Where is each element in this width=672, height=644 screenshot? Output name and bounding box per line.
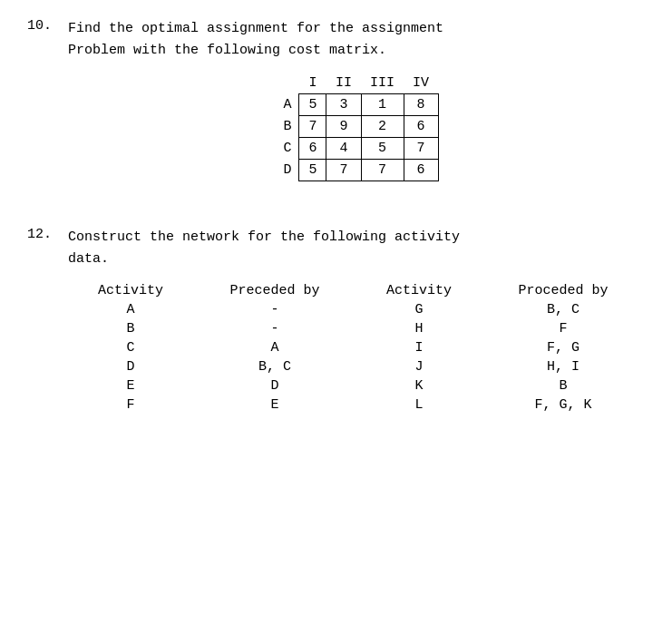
activity-cell: F, G, K [482,395,645,415]
activity-cell: K [356,376,482,395]
question-12: 12. Construct the network for the follow… [27,227,645,415]
matrix-row-label: C [274,138,299,160]
matrix-cell: 7 [299,116,326,138]
activity-cell: A [193,338,356,357]
matrix-cell: 7 [404,138,438,160]
activity-header-row: ActivityPreceded byActivityProceded by [68,281,645,300]
matrix-cell: 5 [299,160,326,181]
matrix-col-III: III [361,73,404,94]
question-12-text: Construct the network for the following … [68,227,645,270]
activity-col-header: Preceded by [193,281,356,300]
activity-cell: E [193,395,356,415]
matrix-cell: 2 [361,116,404,138]
activity-row: A-GB, C [68,300,645,319]
matrix-cell: 9 [326,116,361,138]
activity-row: DB, CJH, I [68,357,645,376]
activity-cell: F, G [482,338,645,357]
activity-cell: D [68,357,193,376]
question-10-number: 10. [27,18,68,200]
matrix-header-row: I II III IV [274,73,438,94]
matrix-cell: 4 [326,138,361,160]
activity-row: FELF, G, K [68,395,645,415]
cost-matrix: I II III IV A5318B7926C6457D5776 [274,73,438,181]
matrix-corner [274,73,299,94]
question-12-content: Construct the network for the following … [68,227,645,415]
matrix-col-IV: IV [404,73,438,94]
activity-cell: E [68,376,193,395]
activity-cell: F [482,319,645,338]
question-10-content: Find the optimal assignment for the assi… [68,18,645,200]
matrix-row-label: B [274,116,299,138]
activity-cell: F [68,395,193,415]
matrix-cell: 7 [326,160,361,181]
matrix-cell: 6 [404,160,438,181]
matrix-col-II: II [326,73,361,94]
activity-cell: H, I [482,357,645,376]
matrix-row: A5318 [274,94,438,116]
activity-cell: C [68,338,193,357]
question-12-number: 12. [27,227,68,415]
activity-cell: B [68,319,193,338]
matrix-cell: 6 [299,138,326,160]
activity-table-wrapper: ActivityPreceded byActivityProceded by A… [68,281,645,415]
activity-cell: B [482,376,645,395]
matrix-cell: 3 [326,94,361,116]
question-10-text: Find the optimal assignment for the assi… [68,18,645,62]
activity-cell: I [356,338,482,357]
matrix-cell: 8 [404,94,438,116]
question-10: 10. Find the optimal assignment for the … [27,18,645,200]
activity-col-header: Activity [68,281,193,300]
activity-cell: H [356,319,482,338]
matrix-row-label: A [274,94,299,116]
activity-cell: - [193,300,356,319]
matrix-row: B7926 [274,116,438,138]
activity-row: B-HF [68,319,645,338]
matrix-row: C6457 [274,138,438,160]
activity-cell: - [193,319,356,338]
matrix-row-label: D [274,160,299,181]
matrix-cell: 6 [404,116,438,138]
activity-cell: B, C [482,300,645,319]
activity-cell: A [68,300,193,319]
activity-cell: D [193,376,356,395]
matrix-cell: 5 [299,94,326,116]
activity-cell: B, C [193,357,356,376]
activity-cell: J [356,357,482,376]
activity-cell: L [356,395,482,415]
matrix-cell: 1 [361,94,404,116]
activity-col-header: Activity [356,281,482,300]
matrix-col-I: I [299,73,326,94]
activity-row: CAIF, G [68,338,645,357]
activity-table: ActivityPreceded byActivityProceded by A… [68,281,645,415]
matrix-row: D5776 [274,160,438,181]
activity-col-header: Proceded by [482,281,645,300]
cost-matrix-container: I II III IV A5318B7926C6457D5776 [68,73,645,181]
matrix-cell: 7 [361,160,404,181]
matrix-cell: 5 [361,138,404,160]
activity-row: EDKB [68,376,645,395]
activity-cell: G [356,300,482,319]
